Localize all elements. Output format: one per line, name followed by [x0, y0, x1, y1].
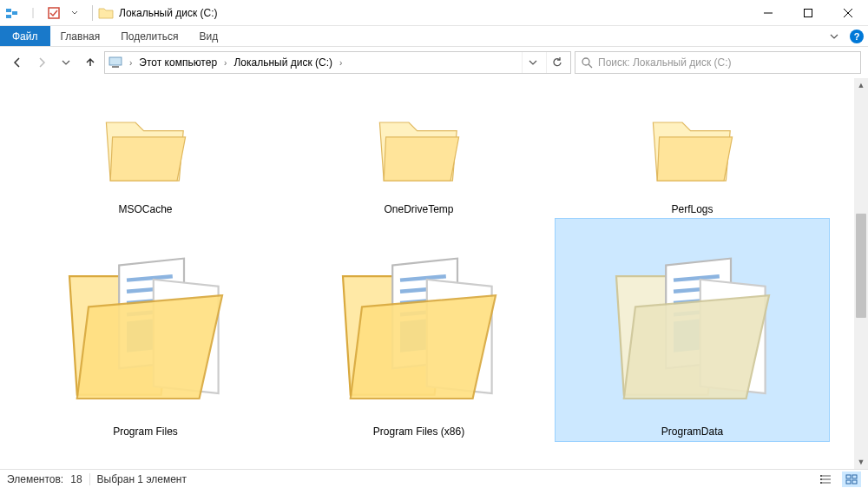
svg-rect-40	[846, 475, 851, 478]
titlebar: Локальный диск (C:)	[0, 0, 868, 26]
svg-rect-0	[6, 9, 11, 12]
folder-item[interactable]: Program Files (x86)	[282, 219, 556, 441]
status-separator	[89, 473, 90, 485]
pc-icon	[108, 56, 124, 69]
ribbon-tabs: Файл Главная Поделиться Вид ?	[0, 26, 868, 47]
svg-rect-37	[820, 475, 822, 477]
chevron-right-icon[interactable]: ›	[222, 58, 228, 68]
folder-label: PerfLogs	[671, 203, 713, 215]
content-area: MSOCache OneDriveTemp PerfLogs Program F…	[0, 78, 854, 469]
status-count-value: 18	[70, 473, 82, 485]
svg-rect-1	[12, 11, 17, 15]
help-icon: ?	[850, 30, 864, 43]
up-button[interactable]	[80, 52, 101, 73]
minimize-button[interactable]	[748, 0, 788, 26]
tab-view[interactable]: Вид	[188, 26, 228, 46]
folder-item[interactable]: OneDriveTemp	[282, 83, 556, 219]
quick-access-toolbar	[0, 4, 87, 22]
icons-view-button[interactable]	[842, 472, 861, 487]
items-grid: MSOCache OneDriveTemp PerfLogs Program F…	[0, 78, 854, 446]
scroll-thumb[interactable]	[856, 214, 866, 318]
file-tab[interactable]: Файл	[0, 26, 50, 46]
svg-rect-10	[112, 66, 119, 68]
folder-icon	[636, 87, 749, 200]
folder-icon	[89, 87, 202, 200]
vertical-scrollbar[interactable]: ▲ ▼	[854, 78, 868, 469]
folder-label: ProgramData	[661, 425, 723, 438]
folder-documents-icon	[589, 222, 797, 422]
svg-rect-38	[820, 478, 822, 480]
svg-point-11	[582, 58, 589, 65]
refresh-button[interactable]	[546, 52, 567, 73]
help-button[interactable]: ?	[845, 26, 868, 46]
ribbon-expand-button[interactable]	[823, 26, 845, 46]
chevron-right-icon[interactable]: ›	[128, 58, 134, 68]
address-bar[interactable]: › Этот компьютер › Локальный диск (C:) ›	[104, 51, 571, 74]
folder-label: MSOCache	[118, 203, 172, 215]
chevron-right-icon[interactable]: ›	[338, 58, 344, 68]
folder-label: Program Files (x86)	[373, 425, 464, 438]
qat-separator	[24, 4, 42, 22]
folder-label: OneDriveTemp	[384, 203, 453, 215]
search-box[interactable]	[575, 51, 861, 74]
svg-rect-42	[846, 480, 851, 484]
folder-documents-icon	[315, 222, 523, 422]
folder-documents-icon	[42, 222, 250, 422]
navigation-bar: › Этот компьютер › Локальный диск (C:) ›	[0, 47, 868, 78]
breadcrumb[interactable]: Этот компьютер	[137, 56, 219, 69]
window-title: Локальный диск (C:)	[119, 7, 218, 19]
svg-rect-39	[820, 482, 822, 484]
folder-item[interactable]: MSOCache	[9, 83, 282, 219]
svg-rect-4	[49, 8, 59, 18]
drive-icon	[98, 5, 114, 21]
status-bar: Элементов: 18 Выбран 1 элемент	[0, 469, 868, 488]
svg-rect-41	[852, 475, 857, 478]
details-view-button[interactable]	[816, 472, 835, 487]
svg-rect-6	[805, 9, 812, 16]
titlebar-separator	[92, 5, 93, 21]
folder-item[interactable]: PerfLogs	[556, 83, 829, 219]
folder-item[interactable]: ProgramData	[556, 219, 829, 441]
address-dropdown[interactable]	[522, 52, 542, 73]
folder-label: Program Files	[113, 425, 178, 438]
search-input[interactable]	[598, 56, 855, 69]
close-button[interactable]	[828, 0, 868, 26]
tab-home[interactable]: Главная	[50, 26, 111, 46]
folder-icon	[363, 87, 476, 200]
forward-button[interactable]	[31, 52, 52, 73]
status-selection: Выбран 1 элемент	[97, 473, 187, 485]
properties-icon[interactable]	[45, 4, 62, 22]
folder-item[interactable]: Program Files	[9, 219, 282, 441]
breadcrumb[interactable]: Локальный диск (C:)	[232, 56, 334, 69]
status-count-label: Элементов:	[7, 473, 63, 485]
back-button[interactable]	[7, 52, 28, 73]
search-icon	[581, 56, 593, 69]
scroll-up-arrow[interactable]: ▲	[854, 78, 868, 92]
svg-rect-9	[109, 57, 122, 65]
maximize-button[interactable]	[788, 0, 828, 26]
svg-rect-43	[852, 480, 857, 484]
svg-rect-2	[6, 15, 11, 18]
svg-line-12	[589, 64, 592, 68]
qat-dropdown-icon[interactable]	[66, 4, 83, 22]
tab-share[interactable]: Поделиться	[110, 26, 188, 46]
recent-dropdown[interactable]	[56, 52, 76, 73]
scroll-track[interactable]	[854, 92, 868, 455]
scroll-down-arrow[interactable]: ▼	[854, 455, 868, 469]
pin-icon[interactable]	[3, 4, 21, 22]
